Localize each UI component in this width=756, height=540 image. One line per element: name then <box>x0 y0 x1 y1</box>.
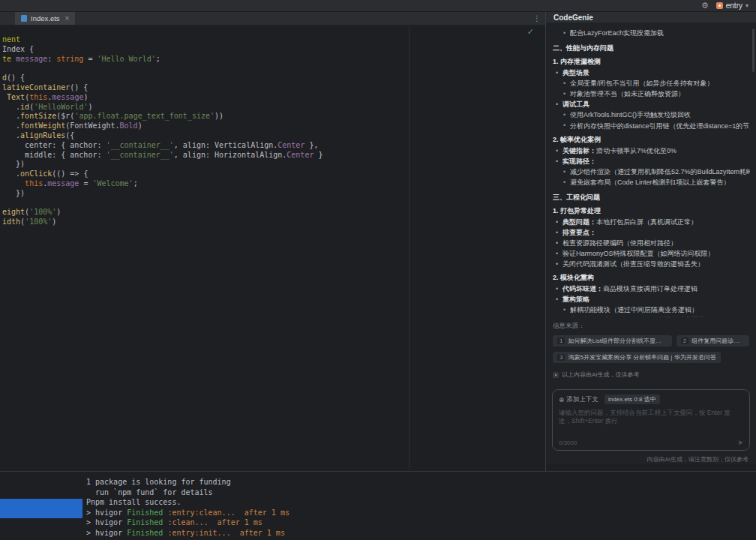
assistant-item: 解耦功能模块（通过中间层隔离业务逻辑） <box>553 305 750 315</box>
ets-file-icon <box>21 15 27 22</box>
add-context-button[interactable]: ⊕ 添加上下文 <box>559 395 598 404</box>
code-line: d() { <box>2 74 545 83</box>
assistant-item: 配合LazyForEach实现按需加载 <box>553 28 750 38</box>
main-toolbar: ⚙ entry ▾ <box>0 0 756 12</box>
context-file-chip[interactable]: Index.ets 0:8 选中 <box>604 394 660 404</box>
code-line: .id('HelloWorld') <box>2 103 545 112</box>
code-lines: nentIndex {te message: string = 'Hello W… <box>0 26 545 227</box>
panel-header: CodeGenie <box>546 12 756 23</box>
inspection-ok-icon[interactable]: ✓ <box>527 28 534 36</box>
assistant-item: 三、工程化问题 <box>553 193 750 202</box>
assistant-item: 使用ArkTools.hintGC()手动触发垃圾回收 <box>553 110 750 120</box>
add-context-label: 添加上下文 <box>566 395 598 404</box>
code-line: eight('100%') <box>2 208 545 218</box>
assistant-item: 重构策略 <box>553 295 750 304</box>
assistant-item: 调试工具 <box>553 100 750 110</box>
sources-label: 信息来源： <box>553 322 749 331</box>
assistant-item: 验证HarmonyOS特殊权限配置（如网络访问权限） <box>553 249 750 259</box>
ai-generated-icon <box>553 372 559 378</box>
assistant-item: 2. 模块化重构 <box>553 273 750 283</box>
editor-column: Index.ets × ⋮ nentIndex {te message: str… <box>0 12 546 471</box>
tab-label: Index.ets <box>31 14 60 22</box>
margin-guide-line <box>409 26 410 470</box>
code-line: }) <box>2 189 545 199</box>
assistant-item: 代码坏味道：商品模块直接调用订单处理逻辑 <box>553 284 750 294</box>
source-row-1: 1如何解决List组件部分分割线不显示的问题2组件复用问题诊断分析 <box>553 335 749 346</box>
background-window-fragment <box>0 499 82 518</box>
assistant-item: 排查要点： <box>553 228 750 238</box>
panel-footer-note: 内容由AI生成，请注意甄别，仅供参考 <box>546 454 756 464</box>
code-line: }) <box>2 160 545 170</box>
term-line: Pnpm install success. <box>86 497 756 508</box>
chevron-down-icon: ▾ <box>746 2 748 9</box>
sources-section: 信息来源： 1如何解决List组件部分分割线不显示的问题2组件复用问题诊断分析 … <box>546 317 756 368</box>
tab-index-ets[interactable]: Index.ets × <box>15 12 75 25</box>
code-line: nent <box>2 35 545 45</box>
term-line: > hvigor Finished :entry:init... after 1… <box>86 528 756 538</box>
editor-tab-bar: Index.ets × ⋮ <box>0 12 545 26</box>
code-line: Index { <box>2 45 545 55</box>
term-line: 1 package is looking for funding <box>86 477 756 488</box>
assistant-item: 避免嵌套布局（Code Linter检测到1项以上嵌套警告） <box>553 178 750 188</box>
panel-spacer <box>546 381 756 389</box>
assistant-item: 遵循单一职责原则（如拆分价格计算独立模块） <box>553 316 750 317</box>
input-bottom-row: 0/3000 ➤ <box>559 439 743 446</box>
assistant-item: 典型场景 <box>553 68 750 78</box>
assistant-item: 1. 内存泄漏检测 <box>553 57 750 67</box>
scrollbar-thumb[interactable] <box>752 28 754 72</box>
assistant-item: 2. 帧率优化案例 <box>553 135 750 145</box>
code-line: this.message = 'Welcome'; <box>2 179 545 189</box>
assistant-item: 对象池管理不当（如未正确释放资源） <box>553 89 750 99</box>
term-line: > hvigor Finished :clean... after 1 ms <box>86 518 756 528</box>
send-icon[interactable]: ➤ <box>737 439 743 446</box>
panel-title: CodeGenie <box>554 14 593 22</box>
code-line: .alignRules({ <box>2 131 545 141</box>
source-chip[interactable]: 1如何解决List组件部分分割线不显示的问题 <box>553 335 672 346</box>
code-line: middle: { anchor: '__container__', align… <box>2 151 545 160</box>
assistant-item: 关闭代码混淆测试（排查压缩导致的逻辑丢失） <box>553 260 750 269</box>
source-chip[interactable]: 2组件复用问题诊断分析 <box>676 335 749 346</box>
code-line: .onClick(() => { <box>2 170 545 179</box>
assistant-item: 典型问题：本地打包后白屏（真机调试正常） <box>553 218 750 227</box>
source-chip[interactable]: 3鸿蒙5开发宝藏案例分享 分析帧率问题 | 华为开发者问答 <box>553 352 721 363</box>
assistant-item: 减少组件渲染（通过复用机制降低52.7%的BuildLazyItem耗时） <box>553 167 750 177</box>
code-editor[interactable]: nentIndex {te message: string = 'Hello W… <box>0 26 545 470</box>
source-row-2: 3鸿蒙5开发宝藏案例分享 分析帧率问题 | 华为开发者问答 <box>553 352 749 363</box>
code-line: idth('100%') <box>2 218 545 227</box>
assistant-item: 检查资源路径硬编码（使用相对路径） <box>553 238 750 248</box>
ide-window: ⚙ entry ▾ Index.ets × ⋮ nentIndex {te me… <box>0 0 756 540</box>
kebab-menu-icon[interactable]: ⋮ <box>533 14 545 22</box>
code-line <box>2 199 545 208</box>
assistant-item: 实现路径： <box>553 157 750 166</box>
code-line <box>2 64 545 74</box>
context-row: ⊕ 添加上下文 Index.ets 0:8 选中 <box>559 394 743 404</box>
term-line: > hvigor Finished :entry:clean... after … <box>86 508 756 518</box>
assistant-item: 全局变量/闭包不当引用（如异步任务持有对象） <box>553 79 750 88</box>
settings-gear-icon[interactable]: ⚙ <box>701 2 709 10</box>
run-configuration-selector[interactable]: entry ▾ <box>716 2 748 10</box>
ai-note-text: 以上内容由AI生成，仅供参考 <box>562 370 640 379</box>
assistant-item: 二、性能与内存问题 <box>553 44 750 53</box>
module-icon <box>716 2 723 9</box>
plus-icon: ⊕ <box>559 396 564 404</box>
code-line: lativeContainer() { <box>2 83 545 93</box>
chat-input-box[interactable]: ⊕ 添加上下文 Index.ets 0:8 选中 请输入您的问题，支持结合当前工… <box>552 389 750 451</box>
assistant-item: 关键指标：滑动卡顿率从7%优化至0% <box>553 146 750 156</box>
run-configuration-label: entry <box>726 2 742 10</box>
assistant-content: 配合LazyForEach实现按需加载二、性能与内存问题1. 内存泄漏检测典型场… <box>546 23 756 317</box>
code-line: center: { anchor: '__container__', align… <box>2 141 545 151</box>
code-line: Text(this.message) <box>2 93 545 103</box>
code-line: .fontSize($r('app.float.page_text_font_s… <box>2 112 545 122</box>
code-line: te message: string = 'Hello World'; <box>2 55 545 64</box>
terminal-output[interactable]: 1 package is looking for funding run `np… <box>0 471 756 540</box>
assistant-item: 1. 打包异常处理 <box>553 206 750 216</box>
close-icon[interactable]: × <box>65 15 70 22</box>
ai-note: 以上内容由AI生成，仅供参考 <box>546 368 756 381</box>
chat-input-placeholder[interactable]: 请输入您的问题，支持结合当前工程上下文提问，按 Enter 发送，Shift+E… <box>559 409 743 426</box>
char-counter: 0/3000 <box>559 440 577 446</box>
code-line: .fontWeight(FontWeight.Bold) <box>2 122 545 131</box>
term-line: run `npm fund` for details <box>86 488 756 498</box>
codegenie-panel: CodeGenie 配合LazyForEach实现按需加载二、性能与内存问题1.… <box>546 12 756 464</box>
assistant-item: 分析内存快照中的distance引用链（优先处理distance=1的节点）1 <box>553 121 750 131</box>
